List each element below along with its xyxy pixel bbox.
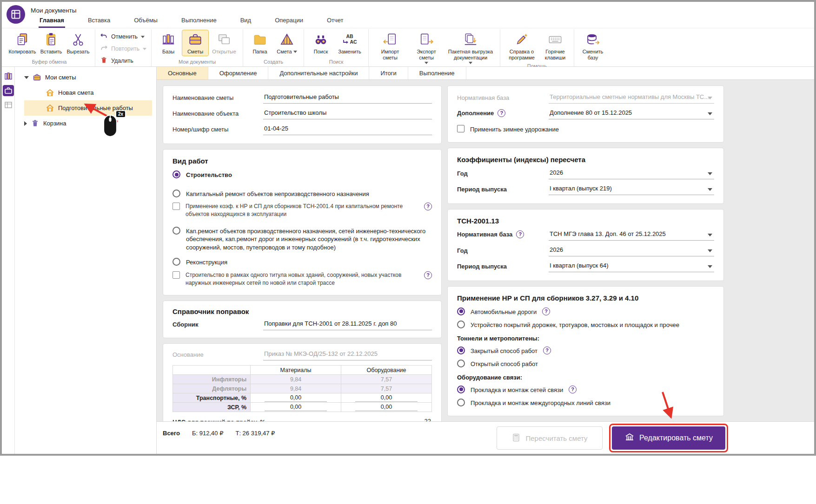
radio-closed-method[interactable]: Закрытый способ работ: [457, 347, 714, 355]
estimates-button[interactable]: Сметы: [182, 30, 209, 56]
replace-button[interactable]: АВ АС Заменить: [334, 30, 365, 56]
help-icon[interactable]: [516, 230, 524, 238]
recalculate-button[interactable]: Пересчитать смету: [497, 426, 603, 450]
menu-tab-vid[interactable]: Вид: [239, 15, 252, 28]
zsr-materials-input[interactable]: 0,00: [265, 404, 326, 411]
object-name-input[interactable]: Строительство школы: [263, 109, 432, 119]
tree-node-preparatory-works[interactable]: Подготовительные работы: [24, 100, 152, 116]
paste-button[interactable]: Вставить: [38, 30, 65, 56]
delete-button[interactable]: Удалить: [99, 56, 148, 66]
menu-tab-operacii[interactable]: Операции: [274, 15, 304, 28]
vat-input[interactable]: 22: [303, 418, 432, 421]
col-header-equipment: Оборудование: [341, 366, 432, 375]
menu-tab-glavnaya[interactable]: Главная: [39, 15, 65, 28]
tab-oformlenie[interactable]: Оформление: [208, 67, 269, 79]
bases-icon: [161, 32, 176, 47]
bases-view-button[interactable]: [3, 71, 14, 82]
import-estimate-button[interactable]: Импорт сметы: [372, 30, 408, 62]
menu-tab-obyomy[interactable]: Объёмы: [133, 15, 159, 28]
tab-osnovnye[interactable]: Основные: [157, 67, 208, 79]
chevron-down-icon[interactable]: [24, 76, 29, 79]
checkbox-icon[interactable]: [172, 271, 180, 279]
estimate-name-label: Наименование сметы: [172, 94, 263, 104]
edit-estimate-button[interactable]: Редактировать смету: [612, 426, 725, 450]
group-label-my-documents: Мои документы: [179, 58, 216, 66]
menu-tab-vypolnenie[interactable]: Выполнение: [180, 15, 218, 28]
export-estimate-button[interactable]: Экспорт сметы: [408, 30, 444, 65]
estimate-name-input[interactable]: Подготовительные работы: [263, 93, 432, 104]
basis-input[interactable]: Приказ № МКЭ-ОД/25-132 от 22.12.2025: [263, 350, 432, 360]
tab-itogi[interactable]: Итоги: [369, 67, 408, 79]
estimate-info-card: Наименование сметы Подготовительные рабо…: [163, 85, 442, 144]
help-icon[interactable]: [424, 203, 432, 210]
chevron-down-icon[interactable]: [293, 51, 297, 53]
about-button[interactable]: Справка о программе: [504, 30, 540, 62]
tree-node-new-estimate[interactable]: Новая смета: [15, 85, 156, 100]
copy-button[interactable]: Копировать: [7, 30, 38, 56]
opened-button[interactable]: Открытые: [209, 30, 239, 56]
undo-button[interactable]: Отменить: [99, 32, 148, 42]
tab-vypolnenie[interactable]: Выполнение: [408, 67, 466, 79]
help-icon[interactable]: [542, 308, 550, 315]
radio-icon: [172, 170, 180, 178]
tsn13-base-select[interactable]: ТСН МГЭ глава 13. Доп. 46 от 25.12.2025: [549, 230, 714, 241]
estimates-view-button[interactable]: [3, 85, 14, 96]
help-icon[interactable]: [498, 109, 505, 117]
cut-button[interactable]: Вырезать: [65, 30, 92, 56]
menu-tab-vstavka[interactable]: Вставка: [87, 15, 111, 28]
help-icon[interactable]: [543, 347, 551, 354]
radio-capital-repair-nonprod[interactable]: Капитальный ремонт объектов непроизводст…: [172, 190, 432, 198]
batch-export-icon: [463, 32, 478, 47]
chevron-down-icon[interactable]: [141, 36, 145, 38]
transport-equipment-input[interactable]: 0,00: [355, 394, 417, 402]
tree-node-my-estimates[interactable]: Мои сметы: [15, 70, 156, 85]
addition-select[interactable]: Дополнение 80 от 15.12.2025: [549, 109, 714, 119]
corner-cell: [173, 366, 251, 375]
help-icon[interactable]: [424, 271, 432, 279]
radio-capital-repair-prod[interactable]: Кап.ремонт объектов производственного на…: [172, 227, 432, 252]
binoculars-icon: [313, 32, 328, 47]
chevron-down-icon[interactable]: [425, 62, 428, 64]
estimate-code-input[interactable]: 01-04-25: [263, 125, 432, 135]
radio-comm-networks[interactable]: Прокладка и монтаж сетей связи: [457, 386, 714, 394]
radio-open-method[interactable]: Открытый способ работ: [457, 360, 714, 368]
create-estimate-button[interactable]: Смета: [273, 30, 300, 56]
help-icon[interactable]: [569, 386, 577, 393]
radio-comm-intercity[interactable]: Прокладка и монтаж междугородных линий с…: [457, 399, 714, 407]
bases-button[interactable]: Базы: [155, 30, 182, 56]
tree-node-trash[interactable]: Корзина: [15, 116, 156, 131]
addition-label: Дополнение: [457, 109, 549, 119]
list-view-button[interactable]: [3, 99, 14, 111]
hotkeys-button[interactable]: Горячие клавиши: [540, 30, 571, 62]
radio-construction[interactable]: Строительство: [172, 170, 432, 179]
collection-input[interactable]: Поправки для ТСН-2001 от 28.11.2025 г. д…: [263, 320, 432, 330]
redo-button[interactable]: Повторить: [99, 44, 148, 54]
menu-tab-otchet[interactable]: Отчет: [326, 15, 345, 28]
create-folder-button[interactable]: Папка: [246, 30, 273, 56]
estimate-code-label: Номер/шифр сметы: [172, 126, 263, 135]
batch-export-button[interactable]: Пакетная выгрузка документации: [444, 30, 497, 65]
ribbon-group-editing: Отменить Повторить Удалить Редактировани…: [95, 29, 152, 66]
radio-reconstruction[interactable]: Реконструкция: [172, 258, 432, 267]
transport-materials-input[interactable]: 0,00: [265, 394, 326, 402]
normative-base-select[interactable]: Территориальные сметные нормативы для Мо…: [549, 93, 714, 104]
chevron-down-icon[interactable]: [469, 62, 472, 64]
find-button[interactable]: Поиск: [307, 30, 334, 56]
radio-auto-roads[interactable]: Автомобильные дороги: [457, 308, 714, 316]
corrections-title: Справочник поправок: [172, 308, 432, 315]
tsn13-base-label: Нормативная база: [457, 230, 549, 241]
trash-icon: [100, 56, 108, 65]
checkbox-icon[interactable]: [172, 203, 180, 210]
period-select[interactable]: I квартал (выпуск 219): [549, 185, 714, 195]
collection-label: Сборник: [172, 321, 263, 330]
tsn13-year-select[interactable]: 2026: [549, 246, 714, 256]
chevron-right-icon[interactable]: [24, 121, 27, 126]
switch-base-button[interactable]: Сменить базу: [577, 30, 608, 62]
winter-cost-checkbox[interactable]: Применить зимнее удорожание: [457, 125, 714, 134]
pencil-sparkle-icon: [514, 32, 529, 47]
radio-pavements[interactable]: Устройство покрытий дорожек, тротуаров, …: [457, 321, 714, 329]
year-select[interactable]: 2026: [549, 169, 714, 179]
tsn13-period-select[interactable]: I квартал (выпуск 64): [549, 262, 714, 272]
tab-dop-nastroyki[interactable]: Дополнительные настройки: [268, 67, 369, 79]
zsr-equipment-input[interactable]: 0,00: [355, 404, 417, 411]
